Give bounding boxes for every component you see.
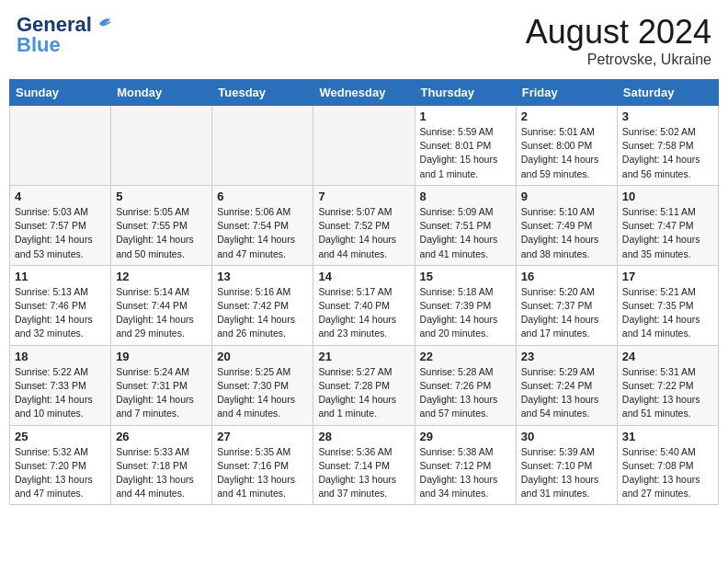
sunrise-text: Sunrise: 5:02 AM (622, 126, 696, 137)
table-row: 21Sunrise: 5:27 AMSunset: 7:28 PMDayligh… (313, 345, 415, 425)
sunrise-text: Sunrise: 5:36 AM (318, 446, 392, 457)
day-number: 31 (622, 430, 713, 443)
title-section: August 2024 Petrovske, Ukraine (526, 13, 711, 68)
logo: General Blue (17, 13, 114, 57)
daylight-text: Daylight: 13 hours and 31 minutes. (521, 474, 599, 499)
daylight-text: Daylight: 14 hours and 17 minutes. (521, 314, 599, 339)
table-row (111, 106, 212, 186)
daylight-text: Daylight: 14 hours and 7 minutes. (116, 394, 194, 419)
sunset-text: Sunset: 7:47 PM (622, 220, 694, 231)
day-number: 19 (116, 350, 207, 363)
day-info: Sunrise: 5:22 AMSunset: 7:33 PMDaylight:… (15, 365, 106, 421)
sunrise-text: Sunrise: 5:39 AM (521, 446, 595, 457)
table-row: 12Sunrise: 5:14 AMSunset: 7:44 PMDayligh… (111, 265, 212, 345)
table-row: 17Sunrise: 5:21 AMSunset: 7:35 PMDayligh… (617, 265, 718, 345)
header-monday: Monday (111, 80, 212, 106)
table-row (313, 106, 415, 186)
day-info: Sunrise: 5:59 AMSunset: 8:01 PMDaylight:… (420, 125, 511, 181)
calendar-week-row: 11Sunrise: 5:13 AMSunset: 7:46 PMDayligh… (10, 265, 719, 345)
sunset-text: Sunset: 7:14 PM (318, 460, 390, 471)
day-info: Sunrise: 5:07 AMSunset: 7:52 PMDaylight:… (318, 205, 409, 261)
daylight-text: Daylight: 14 hours and 44 minutes. (318, 234, 396, 259)
sunrise-text: Sunrise: 5:31 AM (622, 366, 696, 377)
sunrise-text: Sunrise: 5:33 AM (116, 446, 189, 457)
sunrise-text: Sunrise: 5:06 AM (217, 206, 290, 217)
day-number: 26 (116, 430, 207, 443)
day-number: 21 (318, 350, 409, 363)
day-info: Sunrise: 5:39 AMSunset: 7:10 PMDaylight:… (521, 445, 612, 501)
calendar-table: Sunday Monday Tuesday Wednesday Thursday… (9, 79, 719, 505)
day-info: Sunrise: 5:20 AMSunset: 7:37 PMDaylight:… (521, 285, 612, 341)
daylight-text: Daylight: 14 hours and 26 minutes. (217, 314, 295, 339)
day-number: 11 (15, 270, 106, 283)
sunset-text: Sunset: 7:18 PM (116, 460, 188, 471)
sunset-text: Sunset: 7:52 PM (318, 220, 390, 231)
day-number: 25 (15, 430, 106, 443)
calendar-week-row: 4Sunrise: 5:03 AMSunset: 7:57 PMDaylight… (10, 185, 719, 265)
day-number: 3 (622, 109, 713, 123)
table-row: 25Sunrise: 5:32 AMSunset: 7:20 PMDayligh… (10, 425, 111, 505)
table-row: 28Sunrise: 5:36 AMSunset: 7:14 PMDayligh… (313, 425, 415, 505)
table-row: 8Sunrise: 5:09 AMSunset: 7:51 PMDaylight… (415, 185, 516, 265)
sunrise-text: Sunrise: 5:28 AM (420, 366, 494, 377)
daylight-text: Daylight: 14 hours and 23 minutes. (318, 314, 396, 339)
day-info: Sunrise: 5:27 AMSunset: 7:28 PMDaylight:… (318, 365, 409, 421)
day-number: 20 (217, 350, 308, 363)
sunset-text: Sunset: 7:51 PM (420, 220, 492, 231)
sunrise-text: Sunrise: 5:13 AM (15, 286, 88, 297)
daylight-text: Daylight: 14 hours and 29 minutes. (116, 314, 194, 339)
table-row: 9Sunrise: 5:10 AMSunset: 7:49 PMDaylight… (516, 185, 617, 265)
sunrise-text: Sunrise: 5:01 AM (521, 126, 595, 137)
sunrise-text: Sunrise: 5:24 AM (116, 366, 189, 377)
day-number: 18 (15, 350, 106, 363)
sunset-text: Sunset: 7:10 PM (521, 460, 593, 471)
sunset-text: Sunset: 7:20 PM (15, 460, 86, 471)
day-number: 22 (420, 350, 511, 363)
daylight-text: Daylight: 14 hours and 50 minutes. (116, 234, 194, 259)
table-row: 20Sunrise: 5:25 AMSunset: 7:30 PMDayligh… (212, 345, 313, 425)
day-info: Sunrise: 5:14 AMSunset: 7:44 PMDaylight:… (116, 285, 207, 341)
table-row: 27Sunrise: 5:35 AMSunset: 7:16 PMDayligh… (212, 425, 313, 505)
sunset-text: Sunset: 7:22 PM (622, 380, 694, 391)
day-info: Sunrise: 5:10 AMSunset: 7:49 PMDaylight:… (521, 205, 612, 261)
daylight-text: Daylight: 14 hours and 14 minutes. (622, 314, 700, 339)
day-info: Sunrise: 5:17 AMSunset: 7:40 PMDaylight:… (318, 285, 409, 341)
daylight-text: Daylight: 14 hours and 53 minutes. (15, 234, 93, 259)
table-row: 23Sunrise: 5:29 AMSunset: 7:24 PMDayligh… (516, 345, 617, 425)
day-info: Sunrise: 5:16 AMSunset: 7:42 PMDaylight:… (217, 285, 308, 341)
sunrise-text: Sunrise: 5:05 AM (116, 206, 189, 217)
sunset-text: Sunset: 7:40 PM (318, 300, 390, 311)
page-header: General Blue August 2024 Petrovske, Ukra… (9, 9, 719, 72)
sunrise-text: Sunrise: 5:07 AM (318, 206, 392, 217)
sunset-text: Sunset: 8:00 PM (521, 140, 593, 151)
sunset-text: Sunset: 7:24 PM (521, 380, 593, 391)
header-saturday: Saturday (617, 80, 718, 106)
sunset-text: Sunset: 7:37 PM (521, 300, 593, 311)
table-row: 22Sunrise: 5:28 AMSunset: 7:26 PMDayligh… (415, 345, 516, 425)
day-number: 10 (622, 190, 713, 203)
sunrise-text: Sunrise: 5:09 AM (420, 206, 494, 217)
table-row: 29Sunrise: 5:38 AMSunset: 7:12 PMDayligh… (415, 425, 516, 505)
day-number: 8 (420, 190, 511, 203)
table-row: 30Sunrise: 5:39 AMSunset: 7:10 PMDayligh… (516, 425, 617, 505)
table-row: 15Sunrise: 5:18 AMSunset: 7:39 PMDayligh… (415, 265, 516, 345)
day-number: 15 (420, 270, 511, 283)
day-number: 30 (521, 430, 612, 443)
daylight-text: Daylight: 14 hours and 1 minute. (318, 394, 396, 419)
sunrise-text: Sunrise: 5:14 AM (116, 286, 189, 297)
daylight-text: Daylight: 13 hours and 41 minutes. (217, 474, 295, 499)
daylight-text: Daylight: 14 hours and 20 minutes. (420, 314, 498, 339)
daylight-text: Daylight: 14 hours and 41 minutes. (420, 234, 498, 259)
day-number: 23 (521, 350, 612, 363)
day-info: Sunrise: 5:18 AMSunset: 7:39 PMDaylight:… (420, 285, 511, 341)
daylight-text: Daylight: 13 hours and 34 minutes. (420, 474, 498, 499)
table-row: 4Sunrise: 5:03 AMSunset: 7:57 PMDaylight… (10, 185, 111, 265)
day-info: Sunrise: 5:28 AMSunset: 7:26 PMDaylight:… (420, 365, 511, 421)
daylight-text: Daylight: 14 hours and 47 minutes. (217, 234, 295, 259)
day-number: 16 (521, 270, 612, 283)
sunset-text: Sunset: 7:16 PM (217, 460, 289, 471)
daylight-text: Daylight: 14 hours and 35 minutes. (622, 234, 700, 259)
sunrise-text: Sunrise: 5:20 AM (521, 286, 595, 297)
sunset-text: Sunset: 7:26 PM (420, 380, 492, 391)
logo-bird-icon (94, 14, 114, 34)
